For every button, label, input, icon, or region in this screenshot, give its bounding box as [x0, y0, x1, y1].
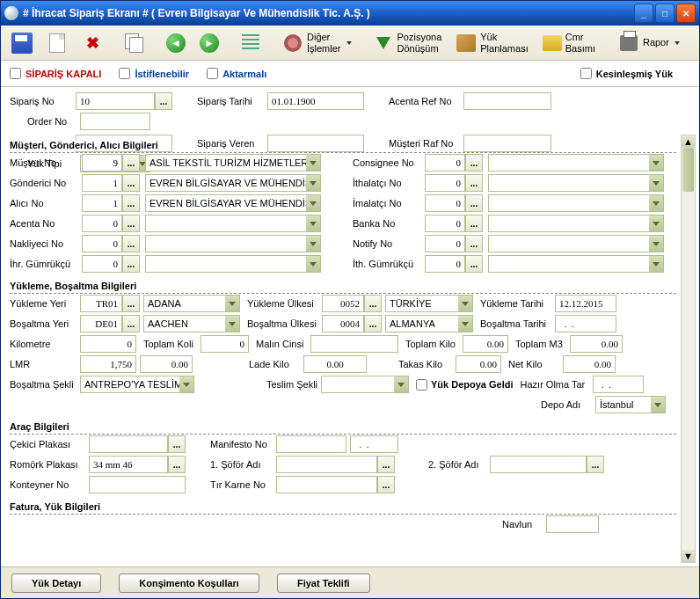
alici-no-combo[interactable]: EVREN BİLGİSAYAR VE MÜHENDİST	[145, 194, 321, 212]
konteyner-input[interactable]	[89, 476, 186, 493]
gonderici-no-no-input[interactable]	[82, 174, 122, 192]
yuk-depoya-check[interactable]: Yük Depoya Geldi	[416, 379, 514, 391]
romork-lookup[interactable]: ...	[168, 456, 186, 473]
bosaltma-ulke-combo[interactable]: ALMANYA	[385, 315, 473, 332]
menu-button[interactable]: Menü	[696, 29, 700, 57]
malin-cinsi-input[interactable]	[310, 335, 398, 353]
siparis-no-input[interactable]	[76, 92, 155, 110]
depo-adi-combo[interactable]: İstanbul	[595, 396, 666, 413]
siparis-tarihi-input[interactable]	[267, 92, 364, 110]
notify-no-no-input[interactable]	[425, 235, 465, 252]
manifesto2-input[interactable]	[350, 435, 398, 453]
gonderici-no-lookup[interactable]: ...	[122, 174, 140, 192]
lmr2-input[interactable]	[140, 355, 193, 373]
yukleme-tarihi-input[interactable]	[555, 295, 616, 312]
scroll-up-icon[interactable]: ▲	[682, 135, 695, 148]
imalatci-no-combo[interactable]	[488, 194, 664, 212]
toplam-m3-input[interactable]	[570, 335, 623, 353]
consignee-no-no-input[interactable]	[425, 154, 465, 172]
sofor1-lookup[interactable]: ...	[377, 456, 395, 473]
notify-no-combo[interactable]	[488, 235, 664, 252]
ith-gumrukcu-combo[interactable]	[488, 255, 664, 273]
save-button[interactable]	[6, 29, 38, 57]
bosaltma-ulke-code[interactable]	[322, 315, 364, 332]
sofor1-input[interactable]	[276, 456, 377, 473]
istiflenebilir-check[interactable]: İstiflenebilir	[119, 68, 189, 79]
rapor-button[interactable]: Rapor	[613, 29, 685, 57]
delete-button[interactable]: ✖	[77, 29, 108, 57]
bosaltma-sekli-combo[interactable]: ANTREPO'YA TESLİM	[80, 376, 194, 393]
ihr-gumrukcu-no-input[interactable]	[82, 255, 122, 273]
bosaltma-yeri-combo[interactable]: AACHEN	[143, 315, 240, 332]
toplam-kilo-input[interactable]	[463, 335, 508, 353]
yukleme-ulke-combo[interactable]: TÜRKİYE	[385, 295, 473, 312]
imalatci-no-lookup[interactable]: ...	[465, 194, 483, 212]
nakliyeci-no-lookup[interactable]: ...	[122, 235, 140, 252]
yukleme-yeri-lookup[interactable]: ...	[122, 295, 140, 312]
scroll-down-icon[interactable]: ▼	[682, 550, 695, 562]
siparis-kapali-check[interactable]: SİPARİŞ KAPALI	[10, 68, 101, 79]
kilometre-input[interactable]	[80, 335, 136, 353]
acenta-no-combo[interactable]	[145, 215, 321, 232]
acenta-ref-input[interactable]	[463, 92, 551, 110]
ithalatci-no-lookup[interactable]: ...	[465, 174, 483, 192]
yukleme-yeri-code[interactable]	[80, 295, 122, 312]
yuk-detayi-button[interactable]: Yük Detayı	[11, 573, 101, 593]
bosaltma-yeri-code[interactable]	[80, 315, 122, 332]
alici-no-no-input[interactable]	[82, 194, 122, 212]
list-button[interactable]	[235, 29, 266, 57]
ithalatci-no-no-input[interactable]	[425, 174, 465, 192]
bosaltma-yeri-lookup[interactable]: ...	[122, 315, 140, 332]
next-button[interactable]: ►	[194, 30, 224, 56]
minimize-button[interactable]: _	[634, 4, 653, 23]
takas-kilo-input[interactable]	[456, 355, 501, 373]
siparis-no-lookup[interactable]: ...	[155, 92, 172, 110]
banka-no-combo[interactable]	[488, 215, 664, 232]
lmr1-input[interactable]	[80, 355, 136, 373]
yukleme-yeri-combo[interactable]: ADANA	[143, 295, 240, 312]
copy-button[interactable]	[119, 29, 150, 57]
close-button[interactable]: ✕	[676, 4, 696, 23]
nakliyeci-no-no-input[interactable]	[82, 235, 122, 252]
diger-islemler-button[interactable]: Diğer İşlemler	[277, 28, 357, 56]
new-button[interactable]	[41, 29, 73, 57]
yuk-planlamasi-button[interactable]: Yük Planlaması	[450, 28, 533, 56]
scroll-thumb[interactable]	[682, 148, 694, 192]
banka-no-no-input[interactable]	[425, 215, 465, 232]
toplam-koli-input[interactable]	[201, 335, 249, 353]
vertical-scrollbar[interactable]: ▲ ▼	[681, 135, 696, 563]
aktarmali-check[interactable]: Aktarmalı	[207, 68, 266, 79]
prev-button[interactable]: ◄	[161, 30, 191, 56]
yukleme-ulke-lookup[interactable]: ...	[364, 295, 382, 312]
musteri-no-lookup[interactable]: ...	[122, 154, 140, 172]
order-no-input[interactable]	[80, 113, 150, 130]
consignee-no-lookup[interactable]: ...	[465, 154, 483, 172]
ithalatci-no-combo[interactable]	[488, 174, 664, 192]
lade-kilo-input[interactable]	[303, 355, 367, 373]
cekici-input[interactable]	[89, 435, 168, 453]
banka-no-lookup[interactable]: ...	[465, 215, 483, 232]
musteri-no-no-input[interactable]	[82, 154, 122, 172]
yukleme-ulke-code[interactable]	[322, 295, 364, 312]
cekici-lookup[interactable]: ...	[168, 435, 186, 453]
romork-input[interactable]	[89, 456, 168, 473]
cmr-basimi-button[interactable]: Cmr Basımı	[537, 28, 602, 56]
notify-no-lookup[interactable]: ...	[465, 235, 483, 252]
fiyat-teklifi-button[interactable]: Fiyat Teklifi	[277, 573, 370, 593]
gonderici-no-combo[interactable]: EVREN BİLGİSAYAR VE MÜHENDİST	[145, 174, 321, 192]
ith-gumrukcu-no-input[interactable]	[425, 255, 465, 273]
alici-no-lookup[interactable]: ...	[122, 194, 140, 212]
sofor2-lookup[interactable]: ...	[587, 456, 604, 473]
kesinlesmis-yuk-check[interactable]: Kesinleşmiş Yük	[580, 68, 673, 79]
teslim-sekli-combo[interactable]	[321, 376, 409, 393]
imalatci-no-no-input[interactable]	[425, 194, 465, 212]
konsimento-button[interactable]: Konşimento Koşulları	[119, 573, 259, 593]
manifesto-input[interactable]	[276, 435, 346, 453]
sofor2-input[interactable]	[490, 456, 587, 473]
consignee-no-combo[interactable]	[488, 154, 664, 172]
bosaltma-tarihi-input[interactable]	[555, 315, 616, 332]
ihr-gumrukcu-lookup[interactable]: ...	[122, 255, 140, 273]
nakliyeci-no-combo[interactable]	[145, 235, 321, 252]
tirkarne-input[interactable]	[276, 476, 377, 493]
maximize-button[interactable]: □	[655, 4, 674, 23]
